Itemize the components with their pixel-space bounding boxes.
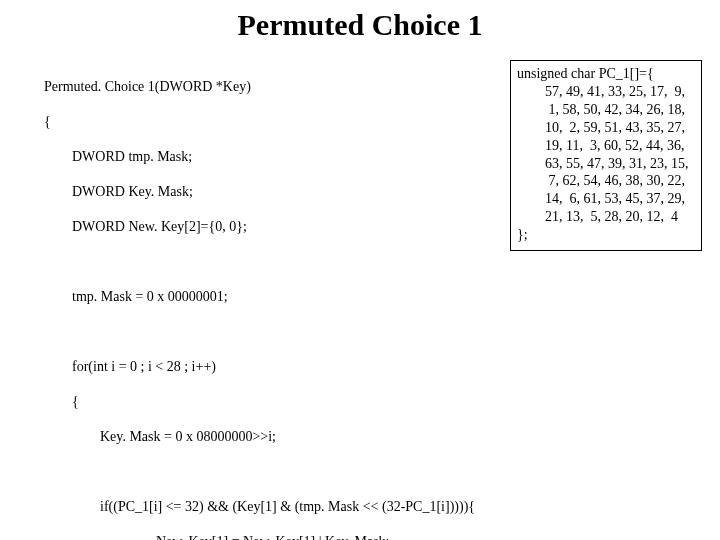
code-line: DWORD tmp. Mask; — [44, 148, 504, 166]
pc1-row: 57, 49, 41, 33, 25, 17, 9, — [517, 83, 695, 101]
pc1-row: 10, 2, 59, 51, 43, 35, 27, — [517, 119, 695, 137]
pc1-row: 19, 11, 3, 60, 52, 44, 36, — [517, 137, 695, 155]
code-line: for(int i = 0 ; i < 28 ; i++) — [44, 358, 504, 376]
code-line: if((PC_1[i] <= 32) && (Key[1] & (tmp. Ma… — [44, 498, 504, 516]
code-line: Key. Mask = 0 x 08000000>>i; — [44, 428, 504, 446]
code-line: tmp. Mask = 0 x 00000001; — [44, 288, 504, 306]
code-line: DWORD Key. Mask; — [44, 183, 504, 201]
pc1-row: 7, 62, 54, 46, 38, 30, 22, — [517, 172, 695, 190]
code-line: DWORD New. Key[2]={0, 0}; — [44, 218, 504, 236]
code-line: { — [44, 393, 504, 411]
code-block: Permuted. Choice 1(DWORD *Key) { DWORD t… — [44, 60, 504, 540]
pc1-row: 1, 58, 50, 42, 34, 26, 18, — [517, 101, 695, 119]
pc1-row: 21, 13, 5, 28, 20, 12, 4 — [517, 208, 695, 226]
blank-line — [44, 253, 504, 271]
pc1-header: unsigned char PC_1[]={ — [517, 65, 695, 83]
pc1-footer: }; — [517, 226, 695, 244]
blank-line — [44, 463, 504, 481]
code-line: New. Key[1] = New. Key[1] | Key. Mask; — [44, 533, 504, 541]
code-line: { — [44, 113, 504, 131]
pc1-row: 63, 55, 47, 39, 31, 23, 15, — [517, 155, 695, 173]
code-line: Permuted. Choice 1(DWORD *Key) — [44, 78, 504, 96]
pc1-row: 14, 6, 61, 53, 45, 37, 29, — [517, 190, 695, 208]
pc1-array-box: unsigned char PC_1[]={ 57, 49, 41, 33, 2… — [510, 60, 702, 251]
blank-line — [44, 323, 504, 341]
page-title: Permuted Choice 1 — [0, 0, 720, 60]
